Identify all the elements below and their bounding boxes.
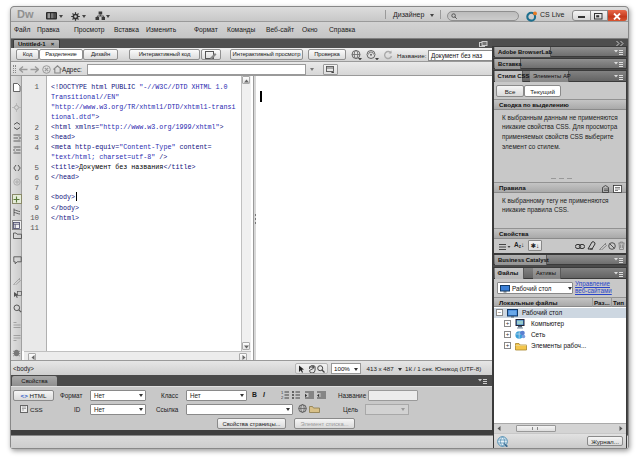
svg-text:2: 2 <box>281 395 284 399</box>
